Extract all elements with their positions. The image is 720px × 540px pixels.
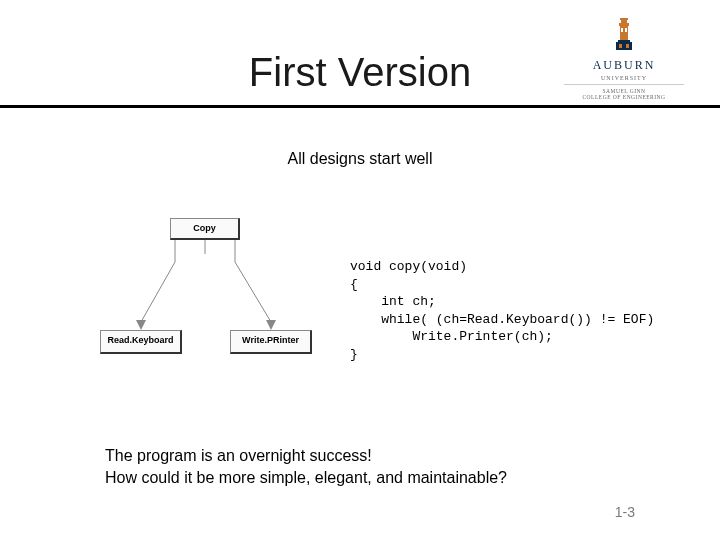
- code-line: Write.Printer(ch);: [350, 329, 553, 344]
- footer-line-1: The program is an overnight success!: [105, 447, 372, 464]
- diagram-box-write-printer: Write.PRinter: [230, 330, 312, 354]
- slide-subtitle: All designs start well: [0, 150, 720, 168]
- footer-line-2: How could it be more simple, elegant, an…: [105, 469, 507, 486]
- svg-marker-16: [266, 320, 276, 330]
- code-line: {: [350, 277, 358, 292]
- diagram-box-read-keyboard: Read.Keyboard: [100, 330, 182, 354]
- code-line: void copy(void): [350, 259, 467, 274]
- title-divider: [0, 105, 720, 108]
- code-line: }: [350, 347, 358, 362]
- code-line: int ch;: [350, 294, 436, 309]
- svg-line-14: [235, 262, 271, 322]
- dependency-diagram: Copy Read.Keyboard Write.PRinter: [70, 218, 330, 368]
- svg-rect-2: [619, 23, 629, 26]
- svg-rect-6: [618, 40, 630, 42]
- page-number: 1-3: [615, 504, 635, 520]
- svg-rect-4: [621, 28, 623, 32]
- svg-rect-5: [625, 28, 627, 32]
- svg-rect-7: [616, 42, 632, 50]
- code-snippet: void copy(void) { int ch; while( (ch=Rea…: [350, 258, 654, 363]
- diagram-box-copy: Copy: [170, 218, 240, 240]
- svg-rect-9: [626, 44, 629, 48]
- svg-rect-1: [621, 20, 627, 23]
- slide: AUBURN UNIVERSITY SAMUEL GINN COLLEGE OF…: [0, 0, 720, 540]
- code-line: while( (ch=Read.Keyboard()) != EOF): [350, 312, 654, 327]
- svg-line-13: [141, 262, 175, 322]
- svg-rect-0: [620, 18, 628, 20]
- svg-marker-15: [136, 320, 146, 330]
- svg-rect-8: [619, 44, 622, 48]
- slide-title: First Version: [0, 50, 720, 95]
- footer-paragraph: The program is an overnight success! How…: [105, 445, 507, 488]
